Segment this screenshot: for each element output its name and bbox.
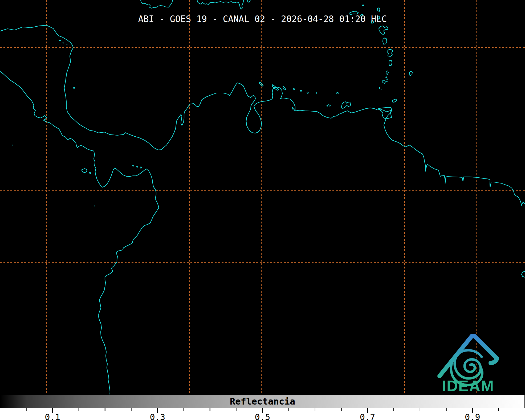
colorbar-label: Reflectancia [0, 394, 525, 408]
island-dot [133, 165, 134, 166]
colorbar-tick-minor [393, 408, 394, 411]
colorbar-tick-minor [26, 408, 27, 411]
logo-mountain-icon [439, 336, 497, 376]
island-dot [293, 89, 295, 90]
colorbar-tick-minor [184, 408, 184, 411]
island-dot [300, 90, 302, 91]
island-dot [94, 205, 95, 206]
coastline [377, 8, 380, 11]
coastline [392, 99, 397, 102]
colorbar-tick-label: 0.5 [255, 412, 270, 420]
island-dot [363, 5, 364, 6]
colorbar-tick-minor [341, 408, 342, 411]
coastline [327, 105, 330, 107]
island-dot [74, 87, 75, 88]
coastline [383, 38, 387, 44]
coastline [387, 50, 393, 56]
island-dot [386, 77, 387, 78]
colorbar-tick-minor [210, 408, 210, 411]
coastline [522, 271, 525, 277]
island-dot [12, 145, 13, 146]
island-dot [59, 40, 60, 41]
ideam-logo: IDEAM [431, 330, 506, 395]
satellite-viewer: ABI - GOES 19 - CANAL 02 - 2026-04-28 01… [0, 0, 525, 420]
colorbar-tick-minor [420, 408, 421, 411]
colorbar-tick-label: 0.7 [360, 412, 375, 420]
coastline [0, 25, 525, 205]
colorbar-tick-minor [131, 408, 132, 411]
colorbar-tick-minor [315, 408, 315, 411]
colorbar-tick-minor [236, 408, 237, 411]
logo-text: IDEAM [442, 377, 494, 394]
colorbar-tick-minor [288, 408, 289, 411]
island-dot [137, 166, 138, 167]
colorbar-tick-label: 0.1 [45, 412, 60, 420]
island-dot [387, 79, 388, 80]
colorbar-tick-minor [78, 408, 79, 411]
coastline [247, 0, 250, 2]
satellite-map: ABI - GOES 19 - CANAL 02 - 2026-04-28 01… [0, 0, 525, 394]
coastline [389, 60, 392, 66]
island-dot [386, 81, 387, 82]
island-dot [316, 93, 317, 94]
colorbar-tick-label: 0.3 [150, 412, 165, 420]
colorbar-tick-minor [105, 408, 105, 411]
colorbar-tick-minor [498, 408, 499, 411]
island-dot [379, 87, 380, 88]
coastline [383, 80, 385, 83]
island-dot [381, 89, 382, 90]
colorbar-tick-minor [446, 408, 447, 411]
island-dot [63, 42, 64, 43]
coastline [341, 102, 351, 108]
island-dot [307, 92, 308, 93]
coastline [197, 0, 244, 9]
coastline [141, 0, 173, 8]
coastline [386, 71, 388, 75]
island-dot [140, 167, 142, 168]
colorbar-axis: 0.10.30.50.70.9 [0, 408, 525, 420]
map-title: ABI - GOES 19 - CANAL 02 - 2026-04-28 01… [0, 14, 525, 24]
coastline [409, 71, 412, 76]
colorbar-tick-label: 0.9 [465, 412, 480, 420]
coastline [379, 26, 388, 35]
island-dot [337, 92, 338, 94]
island-dot [89, 172, 91, 174]
coastline [0, 71, 159, 394]
coastline [82, 169, 87, 173]
coastline [283, 86, 286, 90]
island-dot [66, 44, 67, 45]
